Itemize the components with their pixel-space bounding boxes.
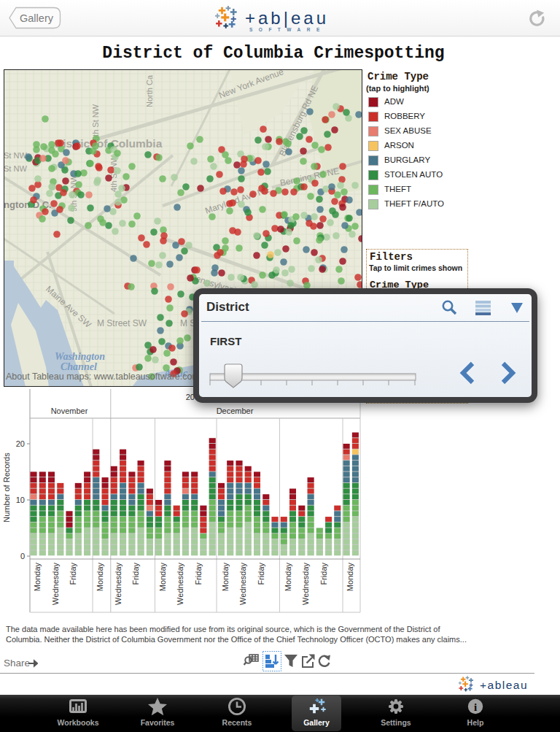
svg-text:Gallery: Gallery	[20, 12, 54, 24]
svg-text:November: November	[51, 407, 88, 415]
svg-text:December: December	[217, 407, 254, 415]
svg-text:St NW: St NW	[4, 151, 27, 160]
svg-text:North Ca: North Ca	[145, 74, 154, 107]
svg-text:Friday: Friday	[194, 563, 203, 585]
svg-text:Monday: Monday	[284, 563, 292, 592]
svg-text:Channel: Channel	[61, 361, 97, 372]
svg-text:10: 10	[16, 496, 25, 504]
svg-text:St NW: St NW	[4, 164, 27, 173]
svg-text:i: i	[474, 701, 477, 713]
svg-text:Wednesday: Wednesday	[51, 563, 60, 605]
svg-text:+ableau: +ableau	[480, 679, 528, 691]
svg-text:0: 0	[20, 552, 25, 560]
svg-text:Monday: Monday	[33, 563, 42, 592]
svg-text:Monday: Monday	[96, 563, 104, 592]
svg-text:+ab|eau: +ab|eau	[245, 8, 329, 28]
svg-text:Wednesday: Wednesday	[301, 563, 310, 605]
svg-text:Washington: Washington	[55, 351, 105, 362]
svg-text:Wednesday: Wednesday	[114, 563, 122, 605]
svg-text:Friday: Friday	[131, 563, 140, 585]
svg-text:SOFTWARE: SOFTWARE	[249, 27, 326, 32]
svg-text:M Street SW: M Street SW	[97, 318, 147, 328]
svg-text:Monday: Monday	[158, 563, 167, 592]
svg-text:Monday: Monday	[221, 563, 230, 592]
svg-text:20: 20	[16, 439, 25, 448]
svg-text:Wednesday: Wednesday	[176, 563, 184, 605]
svg-text:Number of Records: Number of Records	[2, 452, 11, 523]
svg-text:Friday: Friday	[319, 563, 328, 585]
svg-text:Friday: Friday	[69, 563, 77, 585]
svg-text:Wednesday: Wednesday	[238, 563, 247, 605]
svg-text:Friday: Friday	[257, 563, 265, 585]
svg-text:Monday: Monday	[346, 563, 354, 592]
